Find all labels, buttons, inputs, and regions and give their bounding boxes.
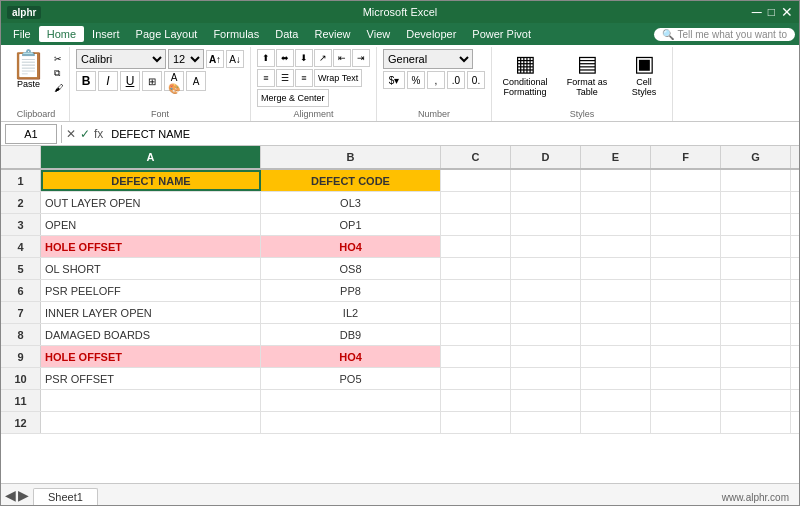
cut-button[interactable]: ✂ (52, 53, 65, 65)
cell-F7[interactable] (651, 302, 721, 323)
cell-D6[interactable] (511, 280, 581, 301)
cell-B5[interactable]: OS8 (261, 258, 441, 279)
menu-file[interactable]: File (5, 26, 39, 42)
cell-A10[interactable]: PSR OFFSET (41, 368, 261, 389)
maximize-btn[interactable]: □ (768, 5, 775, 19)
close-btn[interactable]: ✕ (781, 4, 793, 20)
align-top-btn[interactable]: ⬆ (257, 49, 275, 67)
cell-C9[interactable] (441, 346, 511, 367)
menu-home[interactable]: Home (39, 26, 84, 42)
cell-C5[interactable] (441, 258, 511, 279)
align-middle-btn[interactable]: ⬌ (276, 49, 294, 67)
col-header-a[interactable]: A (41, 146, 261, 168)
menu-developer[interactable]: Developer (398, 26, 464, 42)
formula-input[interactable]: DEFECT NAME (107, 124, 795, 144)
copy-button[interactable]: ⧉ (52, 67, 65, 80)
cell-E6[interactable] (581, 280, 651, 301)
cell-C2[interactable] (441, 192, 511, 213)
menu-powerpivot[interactable]: Power Pivot (464, 26, 539, 42)
cell-G4[interactable] (721, 236, 791, 257)
cell-A12[interactable] (41, 412, 261, 433)
cell-C11[interactable] (441, 390, 511, 411)
indent-increase-btn[interactable]: ⇥ (352, 49, 370, 67)
cell-A9[interactable]: HOLE OFFSET (41, 346, 261, 367)
cell-A1[interactable]: DEFECT NAME (41, 170, 261, 191)
col-header-b[interactable]: B (261, 146, 441, 168)
cell-F12[interactable] (651, 412, 721, 433)
cell-F11[interactable] (651, 390, 721, 411)
cell-G5[interactable] (721, 258, 791, 279)
cell-E12[interactable] (581, 412, 651, 433)
col-header-e[interactable]: E (581, 146, 651, 168)
cell-B2[interactable]: OL3 (261, 192, 441, 213)
conditional-formatting-button[interactable]: ▦ Conditional Formatting (496, 49, 554, 99)
sheet-tab[interactable]: Sheet1 (33, 488, 98, 505)
cell-F3[interactable] (651, 214, 721, 235)
cell-D11[interactable] (511, 390, 581, 411)
currency-btn[interactable]: $▾ (383, 71, 405, 89)
increase-decimal-btn[interactable]: .0 (447, 71, 465, 89)
cell-B11[interactable] (261, 390, 441, 411)
wrap-text-button[interactable]: Wrap Text (314, 69, 362, 87)
cell-D4[interactable] (511, 236, 581, 257)
cell-G8[interactable] (721, 324, 791, 345)
scroll-tabs-right[interactable]: ▶ (18, 487, 29, 503)
cell-D5[interactable] (511, 258, 581, 279)
cell-styles-button[interactable]: ▣ Cell Styles (620, 49, 668, 99)
paste-button[interactable]: 📋 Paste (7, 49, 50, 91)
col-header-g[interactable]: G (721, 146, 791, 168)
cell-D12[interactable] (511, 412, 581, 433)
cell-E10[interactable] (581, 368, 651, 389)
border-button[interactable]: ⊞ (142, 71, 162, 91)
menu-formulas[interactable]: Formulas (205, 26, 267, 42)
scroll-tabs-left[interactable]: ◀ (5, 487, 16, 503)
cell-D7[interactable] (511, 302, 581, 323)
cell-A4[interactable]: HOLE OFFSET (41, 236, 261, 257)
cell-A7[interactable]: INNER LAYER OPEN (41, 302, 261, 323)
cell-A8[interactable]: DAMAGED BOARDS (41, 324, 261, 345)
col-header-f[interactable]: F (651, 146, 721, 168)
cell-G2[interactable] (721, 192, 791, 213)
cell-G10[interactable] (721, 368, 791, 389)
orient-btn[interactable]: ↗ (314, 49, 332, 67)
cell-F8[interactable] (651, 324, 721, 345)
cell-F4[interactable] (651, 236, 721, 257)
number-format-select[interactable]: General (383, 49, 473, 69)
align-left-btn[interactable]: ≡ (257, 69, 275, 87)
increase-font-btn[interactable]: A↑ (206, 50, 224, 68)
cell-D10[interactable] (511, 368, 581, 389)
cell-A3[interactable]: OPEN (41, 214, 261, 235)
cell-B12[interactable] (261, 412, 441, 433)
comma-btn[interactable]: , (427, 71, 445, 89)
menu-data[interactable]: Data (267, 26, 306, 42)
cell-G11[interactable] (721, 390, 791, 411)
cell-A11[interactable] (41, 390, 261, 411)
cell-E5[interactable] (581, 258, 651, 279)
cell-C8[interactable] (441, 324, 511, 345)
cell-F10[interactable] (651, 368, 721, 389)
cell-D2[interactable] (511, 192, 581, 213)
cell-A2[interactable]: OUT LAYER OPEN (41, 192, 261, 213)
underline-button[interactable]: U (120, 71, 140, 91)
cell-D3[interactable] (511, 214, 581, 235)
percent-btn[interactable]: % (407, 71, 425, 89)
cell-B7[interactable]: IL2 (261, 302, 441, 323)
cell-C6[interactable] (441, 280, 511, 301)
cell-F9[interactable] (651, 346, 721, 367)
cell-G7[interactable] (721, 302, 791, 323)
cell-B1[interactable]: DEFECT CODE (261, 170, 441, 191)
col-header-d[interactable]: D (511, 146, 581, 168)
cell-G1[interactable] (721, 170, 791, 191)
col-header-c[interactable]: C (441, 146, 511, 168)
cell-A5[interactable]: OL SHORT (41, 258, 261, 279)
cell-G12[interactable] (721, 412, 791, 433)
cell-F5[interactable] (651, 258, 721, 279)
fill-color-button[interactable]: A🎨 (164, 71, 184, 91)
cell-A6[interactable]: PSR PEELOFF (41, 280, 261, 301)
cell-E8[interactable] (581, 324, 651, 345)
cell-G9[interactable] (721, 346, 791, 367)
cell-F2[interactable] (651, 192, 721, 213)
cancel-formula-btn[interactable]: ✕ (66, 127, 76, 141)
bold-button[interactable]: B (76, 71, 96, 91)
align-center-btn[interactable]: ☰ (276, 69, 294, 87)
